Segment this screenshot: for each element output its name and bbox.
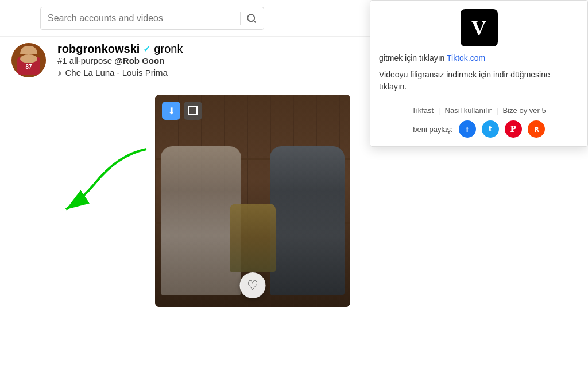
tikfast-link[interactable]: Tikfast [412, 106, 434, 115]
username-row: robgronkowski ✓ gronk [57, 42, 183, 56]
bio-text: #1 all-purpose [57, 56, 112, 65]
username[interactable]: robgronkowski [57, 42, 140, 56]
tooltip-click-text: gitmek için tıklayın Tiktok.com [370, 52, 587, 69]
search-button[interactable] [246, 13, 257, 24]
search-divider [240, 12, 241, 25]
search-input[interactable] [48, 13, 234, 24]
actions-separator-1: | [438, 106, 440, 115]
profile-info: robgronkowski ✓ gronk #1 all-purpose @Ro… [57, 42, 183, 77]
v-logo-letter: V [471, 16, 486, 40]
share-pinterest-button[interactable]: 𝐏 [505, 120, 522, 138]
download-button[interactable]: ⬇ [162, 102, 180, 120]
watermark-icon [188, 106, 198, 115]
tooltip-popup: V gitmek için tıklayın Tiktok.com Videoy… [370, 0, 588, 147]
profile-avatar[interactable]: 87 [11, 43, 46, 77]
download-icon: ⬇ [168, 106, 175, 116]
nickname: gronk [154, 42, 183, 56]
verified-badge: ✓ [143, 44, 150, 54]
tooltip-share: beni paylaş: f 𝕥 𝐏 ʀ [370, 120, 587, 146]
music-title: Che La Luna - Louis Prima [65, 68, 168, 77]
actions-separator-2: | [496, 106, 498, 115]
svg-text:87: 87 [25, 64, 32, 70]
tooltip-desc: Videoyu filigransız indirmek için indir … [370, 69, 587, 100]
search-bar[interactable] [40, 7, 264, 30]
facebook-icon: f [466, 125, 469, 134]
tooltip-link[interactable]: Tiktok.com [447, 53, 485, 63]
profile-bio: #1 all-purpose @Rob Goon [57, 56, 183, 65]
v-logo: V [461, 9, 498, 46]
svg-line-1 [253, 20, 255, 22]
watermark-button[interactable] [184, 102, 202, 120]
tooltip-logo-area: V [370, 1, 587, 52]
profile-avatar-image: 87 [11, 43, 46, 77]
tooltip-actions: Tikfast | Nasıl kullanılır | Bize oy ver… [370, 100, 587, 120]
tooltip-goto-text: gitmek için tıklayın [379, 53, 444, 63]
share-label: beni paylaş: [413, 125, 452, 134]
heart-button[interactable]: ♡ [240, 272, 266, 298]
search-icon [246, 13, 257, 24]
share-reddit-button[interactable]: ʀ [528, 120, 545, 138]
music-note: ♪ [57, 68, 62, 77]
svg-rect-14 [20, 54, 37, 63]
share-facebook-button[interactable]: f [459, 120, 476, 138]
share-twitter-button[interactable]: 𝕥 [482, 120, 499, 138]
video-wrapper: ⬇ ♡ [103, 95, 299, 307]
bio-at: @Rob Goon [114, 56, 164, 65]
video-container[interactable]: ⬇ ♡ [155, 95, 350, 307]
how-to-use-link[interactable]: Nasıl kullanılır [445, 106, 492, 115]
twitter-icon: 𝕥 [489, 125, 492, 133]
rate-us-link[interactable]: Bize oy ver 5 [503, 106, 546, 115]
heart-icon: ♡ [247, 278, 258, 293]
pinterest-icon: 𝐏 [510, 124, 516, 134]
reddit-icon: ʀ [534, 124, 539, 134]
music-row: ♪ Che La Luna - Louis Prima [57, 68, 183, 77]
